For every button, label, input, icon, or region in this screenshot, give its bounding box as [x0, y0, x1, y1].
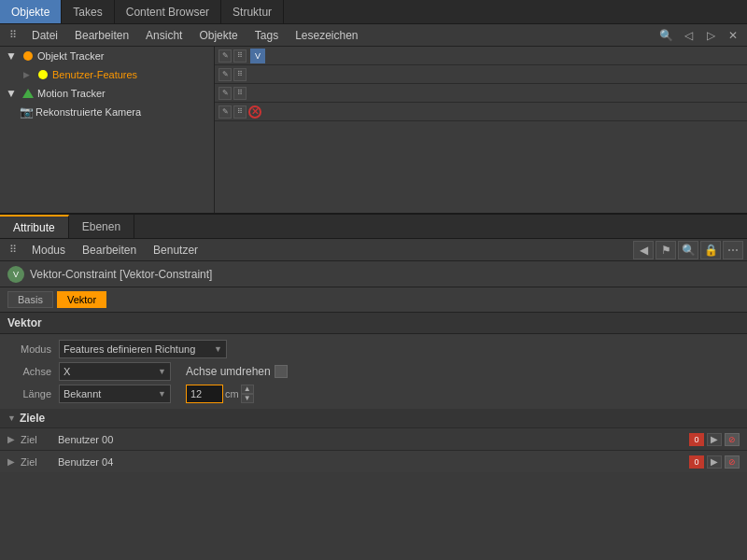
edit-icon-2[interactable]: ✎: [218, 68, 232, 81]
tab-struktur[interactable]: Struktur: [221, 0, 284, 23]
tab-content-browser[interactable]: Content Browser: [115, 0, 221, 23]
expand-icon-3: ▼: [4, 86, 19, 101]
laenge-dropdown[interactable]: Bekannt ▼: [59, 385, 171, 403]
top-tab-bar: Objekte Takes Content Browser Struktur: [0, 0, 747, 24]
ziel-1-stop-icon[interactable]: ⊘: [725, 455, 740, 469]
tree-item-motion-tracker[interactable]: ▼ Motion Tracker: [0, 84, 214, 103]
laenge-row: Länge Bekannt ▼ 12 cm ▲ ▼: [0, 383, 747, 405]
vektor-section-header: Vektor: [0, 313, 747, 334]
attr-menu-benutzer[interactable]: Benutzer: [146, 242, 205, 259]
tree-label-rekonstruierte-kamera: Rekonstruierte Kamera: [35, 106, 214, 118]
achse-label: Achse: [7, 366, 59, 377]
achse-umdrehen-checkbox[interactable]: [275, 365, 288, 378]
attr-back-icon[interactable]: ◀: [633, 241, 654, 259]
menu-ansicht[interactable]: Ansicht: [138, 27, 190, 44]
menu-lesezeichen[interactable]: Lesezeichen: [288, 27, 365, 44]
menu-datei[interactable]: Datei: [24, 27, 65, 44]
sub-tab-vektor[interactable]: Vektor: [57, 291, 106, 308]
modus-dropdown[interactable]: Features definieren Richtung ▼: [59, 340, 227, 358]
object-tree: ▼ Objekt Tracker ▶ Benutzer-Features ▼ M…: [0, 47, 215, 213]
number-input[interactable]: 12: [186, 385, 223, 403]
tag-area: ✎ ⠿ V ✎ ⠿ ✎ ⠿ ✎ ⠿ ✕: [215, 47, 747, 213]
dots-icon-2[interactable]: ⠿: [233, 68, 247, 81]
achse-dropdown[interactable]: X ▼: [59, 362, 171, 381]
menu-bearbeiten[interactable]: Bearbeiten: [67, 27, 136, 44]
close-icon[interactable]: ✕: [723, 26, 743, 45]
edit-icon-4[interactable]: ✎: [218, 105, 232, 119]
tag-red-circle-icon: ✕: [248, 105, 261, 119]
edit-icon[interactable]: ✎: [218, 49, 232, 63]
back-icon[interactable]: ◁: [678, 26, 698, 45]
grid-icon: ⠿: [4, 26, 22, 45]
menu-bar: ⠿ Datei Bearbeiten Ansicht Objekte Tags …: [0, 24, 747, 47]
menu-right-icons: 🔍 ◁ ▷ ✕: [655, 26, 743, 45]
unit-label: cm: [225, 388, 239, 399]
ziele-label: Ziele: [20, 412, 45, 425]
camera-icon: 📷: [19, 105, 34, 119]
spin-down-button[interactable]: ▼: [241, 394, 254, 403]
ziele-arrow-icon: ▼: [7, 413, 16, 423]
tab-ebenen[interactable]: Ebenen: [69, 215, 134, 238]
tree-item-rekonstruierte-kamera[interactable]: 📷 Rekonstruierte Kamera: [0, 103, 214, 121]
attr-flag-icon[interactable]: ⚑: [655, 241, 676, 259]
spin-up-button[interactable]: ▲: [241, 385, 254, 394]
sub-tab-bar: Basis Vektor: [0, 287, 747, 313]
menu-tags[interactable]: Tags: [247, 27, 286, 44]
ziel-1-arrow-icon[interactable]: ▶: [707, 455, 722, 469]
attr-lock-icon[interactable]: 🔒: [700, 241, 721, 259]
ziel-1-expand[interactable]: ▶: [7, 456, 21, 467]
constraint-header: V Vektor-Constraint [Vektor-Constraint]: [0, 261, 747, 287]
tree-item-objekt-tracker[interactable]: ▼ Objekt Tracker: [0, 47, 214, 65]
tree-label-benutzer-features: Benutzer-Features: [52, 69, 214, 80]
forward-icon[interactable]: ▷: [700, 26, 721, 45]
ziel-0-type: Ziel: [21, 434, 58, 445]
expand-icon: ▼: [4, 49, 19, 63]
laenge-value: Bekannt: [63, 388, 101, 399]
tab-objekte[interactable]: Objekte: [0, 0, 62, 23]
ziele-header[interactable]: ▼ Ziele: [0, 409, 747, 427]
attr-menu-modus[interactable]: Modus: [24, 242, 73, 259]
tab-takes[interactable]: Takes: [62, 0, 114, 23]
tri-green-icon: [21, 86, 35, 101]
achse-umdrehen-label: Achse umdrehen: [186, 365, 271, 378]
bottom-panel: Attribute Ebenen ⠿ Modus Bearbeiten Benu…: [0, 215, 747, 560]
tag-blue-icon: V: [250, 49, 265, 63]
dots-icon-3[interactable]: ⠿: [233, 87, 247, 100]
achse-arrow-icon: ▼: [158, 367, 166, 376]
ziel-0-arrow-icon[interactable]: ▶: [707, 433, 722, 446]
constraint-icon: V: [7, 266, 24, 283]
modus-value: Features definieren Richtung: [63, 343, 195, 355]
bottom-tab-bar: Attribute Ebenen: [0, 215, 747, 239]
tree-label-motion-tracker: Motion Tracker: [37, 88, 214, 99]
ziel-0-stop-icon[interactable]: ⊘: [725, 433, 740, 446]
attr-search-icon[interactable]: 🔍: [678, 241, 698, 259]
edit-icon-3[interactable]: ✎: [218, 87, 232, 100]
ziel-row-0: ▶ Ziel Benutzer 00 0 ▶ ⊘: [0, 427, 747, 450]
ziel-1-icons: 0 ▶ ⊘: [689, 455, 740, 469]
achse-row: Achse X ▼ Achse umdrehen: [0, 360, 747, 383]
dots-icon[interactable]: ⠿: [233, 49, 247, 63]
ziel-1-red-icon[interactable]: 0: [689, 455, 704, 469]
ziel-0-red-icon[interactable]: 0: [689, 433, 704, 446]
ziel-row-1: ▶ Ziel Benutzer 04 0 ▶ ⊘: [0, 450, 747, 472]
constraint-title: Vektor-Constraint [Vektor-Constraint]: [30, 268, 212, 281]
tree-item-benutzer-features[interactable]: ▶ Benutzer-Features: [0, 65, 214, 84]
menu-objekte[interactable]: Objekte: [191, 27, 245, 44]
attr-more-icon[interactable]: ⋯: [723, 241, 743, 259]
search-icon[interactable]: 🔍: [655, 26, 676, 45]
tab-attribute[interactable]: Attribute: [0, 215, 69, 238]
ziel-1-name: Benutzer 04: [58, 456, 689, 468]
achse-umdrehen-row: Achse umdrehen: [186, 365, 288, 378]
sub-tab-basis[interactable]: Basis: [7, 291, 53, 308]
achse-value: X: [63, 366, 70, 377]
dots-icon-4[interactable]: ⠿: [233, 105, 247, 119]
spinner: ▲ ▼: [241, 385, 254, 403]
attr-menu-bearbeiten[interactable]: Bearbeiten: [75, 242, 144, 259]
ziel-0-expand[interactable]: ▶: [7, 434, 21, 444]
dot-orange-icon: [21, 49, 35, 63]
modus-label: Modus: [7, 343, 59, 355]
laenge-label: Länge: [7, 388, 59, 399]
form-area: Modus Features definieren Richtung ▼ Ach…: [0, 334, 747, 409]
attr-menu-bar: ⠿ Modus Bearbeiten Benutzer ◀ ⚑ 🔍 🔒 ⋯: [0, 239, 747, 261]
attr-toolbar-right: ◀ ⚑ 🔍 🔒 ⋯: [633, 241, 743, 259]
